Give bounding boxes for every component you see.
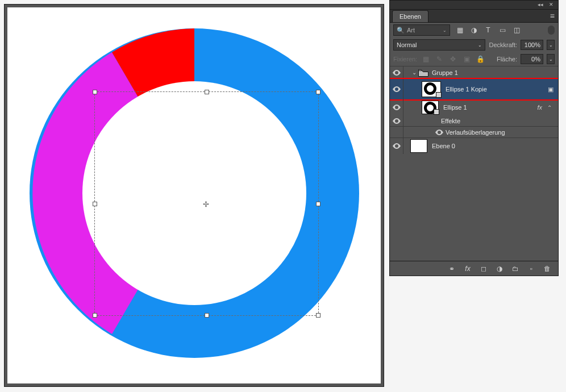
collapse-icon[interactable]: ◂◂	[538, 2, 543, 7]
panel-titlebar[interactable]: ◂◂ ✕	[390, 1, 558, 10]
ring-svg	[30, 28, 359, 358]
eye-icon	[393, 143, 401, 149]
eye-icon	[393, 70, 401, 76]
layer-row-ellipse-copy[interactable]: Ellipse 1 Kopie ▣	[390, 79, 558, 99]
layer-filter-kind-value: Art	[407, 27, 415, 34]
filter-pixel-icon[interactable]: ▦	[455, 25, 465, 35]
filter-adjustment-icon[interactable]: ◑	[469, 25, 479, 35]
effect-gradient-overlay-row[interactable]: Verlaufsüberlagerung	[390, 127, 558, 138]
layer-row-ellipse[interactable]: Ellipse 1 fx ⌃	[390, 99, 558, 115]
fill-dropdown-icon[interactable]: ⌄	[547, 54, 555, 64]
layer-thumbnail[interactable]	[422, 81, 441, 97]
layer-name[interactable]: Gruppe 1	[432, 69, 458, 76]
opacity-label: Deckkraft:	[489, 41, 517, 48]
folder-icon	[418, 69, 428, 77]
link-layers-icon[interactable]: ⚭	[447, 264, 457, 274]
visibility-toggle[interactable]	[390, 66, 403, 78]
lock-row: Fixieren: ▦ ✎ ✥ ▣ 🔒 Fläche: 0% ⌄	[390, 52, 558, 66]
effects-label[interactable]: Effekte	[441, 118, 460, 124]
panel-body: 🔍 Art ⌄ ▦ ◑ T ▭ ◫ Normal ⌄ Deckkraft: 10…	[390, 22, 558, 276]
lock-artboard-icon[interactable]: ▣	[461, 54, 472, 64]
layer-row-background[interactable]: Ebene 0	[390, 138, 558, 154]
fill-label: Fläche:	[497, 56, 517, 62]
new-adjustment-icon[interactable]: ◑	[494, 264, 505, 274]
layer-name[interactable]: Ellipse 1 Kopie	[446, 86, 487, 93]
ring-artwork	[30, 28, 359, 358]
filter-type-icon[interactable]: T	[483, 25, 493, 35]
chevron-down-icon: ⌄	[443, 28, 447, 33]
shape-badge-icon	[434, 109, 439, 115]
add-mask-icon[interactable]: ◻	[478, 264, 489, 274]
shape-badge-icon	[436, 92, 442, 98]
close-icon[interactable]: ✕	[549, 2, 553, 7]
lock-transparent-icon[interactable]: ▦	[421, 54, 431, 64]
opacity-value[interactable]: 100%	[521, 40, 543, 50]
filter-smartobject-icon[interactable]: ◫	[511, 25, 522, 35]
filter-row: 🔍 Art ⌄ ▦ ◑ T ▭ ◫	[390, 23, 558, 37]
delete-layer-icon[interactable]: 🗑	[542, 264, 552, 274]
advanced-blending-icon[interactable]: ▣	[548, 86, 553, 93]
eye-icon	[393, 118, 401, 124]
lock-all-icon[interactable]: 🔒	[475, 54, 485, 64]
visibility-toggle[interactable]	[390, 79, 403, 99]
fx-indicator[interactable]: fx	[537, 104, 542, 111]
layer-row-group[interactable]: ⌄ Gruppe 1	[390, 66, 558, 79]
canvas[interactable]: ✢	[7, 7, 381, 383]
workspace: ✢	[4, 4, 384, 387]
lock-label: Fixieren:	[393, 56, 417, 62]
visibility-toggle[interactable]	[390, 138, 403, 154]
eye-icon[interactable]	[435, 130, 443, 135]
lock-image-icon[interactable]: ✎	[434, 54, 444, 64]
layer-name[interactable]: Ebene 0	[432, 143, 455, 149]
filter-shape-icon[interactable]: ▭	[497, 25, 507, 35]
fx-menu-icon[interactable]: fx	[463, 264, 473, 274]
visibility-toggle[interactable]	[390, 127, 403, 137]
new-group-icon[interactable]: 🗀	[510, 264, 521, 274]
effects-row[interactable]: Effekte	[390, 115, 558, 127]
filter-toggle[interactable]	[548, 26, 555, 35]
effect-name[interactable]: Verlaufsüberlagerung	[446, 129, 505, 136]
panel-menu-icon[interactable]: ≡	[550, 11, 555, 20]
eye-icon	[393, 105, 401, 110]
visibility-toggle[interactable]	[390, 115, 403, 126]
layers-panel: ◂◂ ✕ Ebenen ≡ 🔍 Art ⌄ ▦ ◑ T ▭ ◫ Normal	[389, 0, 559, 276]
effects-twirl-icon[interactable]: ⌃	[546, 105, 553, 111]
blend-mode-select[interactable]: Normal ⌄	[393, 39, 485, 51]
tab-layers[interactable]: Ebenen	[392, 10, 428, 22]
layer-filter-kind-select[interactable]: 🔍 Art ⌄	[393, 24, 450, 36]
opacity-dropdown-icon[interactable]: ⌄	[547, 40, 555, 50]
group-twirl-down-icon[interactable]: ⌄	[410, 69, 418, 76]
chevron-down-icon: ⌄	[478, 43, 482, 48]
layer-thumbnail[interactable]	[410, 139, 427, 153]
eye-icon	[393, 86, 401, 92]
layer-list: ⌄ Gruppe 1 Ellipse 1 Kopie ▣	[390, 66, 558, 261]
blend-row: Normal ⌄ Deckkraft: 100% ⌄	[390, 37, 558, 52]
search-icon: 🔍	[397, 27, 405, 34]
lock-position-icon[interactable]: ✥	[448, 54, 458, 64]
new-layer-icon[interactable]: ▫	[526, 264, 536, 274]
layer-name[interactable]: Ellipse 1	[443, 104, 467, 111]
layer-thumbnail[interactable]	[422, 101, 439, 114]
panel-tabs: Ebenen ≡	[390, 10, 558, 22]
visibility-toggle[interactable]	[390, 99, 403, 115]
panel-footer: ⚭ fx ◻ ◑ 🗀 ▫ 🗑	[390, 261, 558, 276]
fill-value[interactable]: 0%	[521, 54, 543, 64]
blend-mode-value: Normal	[397, 41, 417, 48]
